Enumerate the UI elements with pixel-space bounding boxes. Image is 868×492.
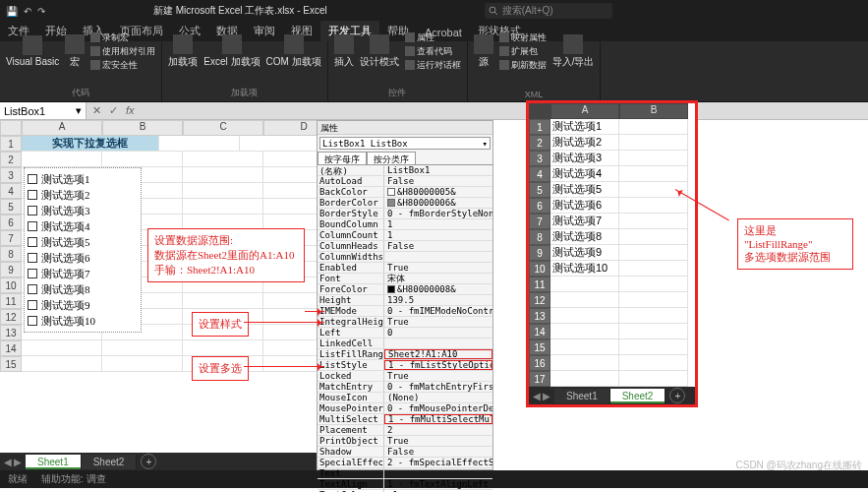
listbox-item[interactable]: 测试选项2 <box>28 187 138 203</box>
watermark: CSDN @码农zhang在线搬砖 <box>735 459 862 472</box>
property-row[interactable]: ForeColor&H80000008& <box>318 284 492 295</box>
redo-icon[interactable]: ↷ <box>37 6 45 17</box>
property-row[interactable]: SpecialEffect2 - fmSpecialEffectSunken <box>318 458 492 468</box>
import-export-button[interactable]: 导入/导出 <box>552 34 595 69</box>
macro-security-button[interactable]: 宏安全性 <box>90 59 155 72</box>
checkbox-icon[interactable] <box>28 284 37 294</box>
formula-bar: ListBox1▾ ✕✓fx <box>0 102 868 120</box>
property-row[interactable]: MousePointer0 - fmMousePointerDefault <box>318 403 492 414</box>
property-row[interactable]: IMEMode0 - fmIMEModeNoControl <box>318 306 492 317</box>
map-props-button[interactable]: 映射属性 <box>499 31 547 44</box>
props-tab-alpha[interactable]: 按字母序 <box>318 152 367 164</box>
design-mode-button[interactable]: 设计模式 <box>360 34 399 69</box>
property-row[interactable]: ShadowFalse <box>318 447 492 458</box>
property-row[interactable]: (名称)ListBox1 <box>318 165 492 176</box>
callout-right: 这里是 "ListFillRange" 多选项数据源范围 <box>737 218 853 270</box>
macro-button[interactable]: 宏 <box>65 34 85 69</box>
checkbox-icon[interactable] <box>28 206 37 215</box>
property-row[interactable]: Left0 <box>318 328 492 338</box>
property-row[interactable]: ColumnHeadsFalse <box>318 241 492 252</box>
tab-nav-prev[interactable]: ◀ <box>4 457 12 467</box>
property-row[interactable]: LinkedCell <box>318 338 492 349</box>
search-box[interactable]: 搜索(Alt+Q) <box>485 3 612 19</box>
properties-button[interactable]: 属性 <box>405 31 461 44</box>
property-row[interactable]: PrintObjectTrue <box>318 436 492 447</box>
property-row[interactable]: BorderColor&H80000006& <box>318 198 492 209</box>
property-row[interactable]: MouseIcon(None) <box>318 393 492 403</box>
property-row[interactable]: AutoLoadFalse <box>318 176 492 187</box>
record-macro-button[interactable]: 录制宏 <box>90 31 155 44</box>
listbox-item[interactable]: 测试选项3 <box>28 203 138 218</box>
property-row[interactable]: IntegralHeightTrue <box>318 317 492 328</box>
property-row[interactable]: BackColor&H80000005& <box>318 187 492 198</box>
relative-ref-button[interactable]: 使用相对引用 <box>90 45 155 58</box>
arrow-2 <box>244 322 324 323</box>
fx-icon[interactable]: fx <box>126 104 135 117</box>
property-row[interactable]: LockedTrue <box>318 371 492 382</box>
search-icon <box>489 6 498 16</box>
sheet-tab-2[interactable]: Sheet2 <box>610 389 666 403</box>
sheet-tabs: ◀▶ Sheet1 Sheet2 + <box>0 453 317 470</box>
property-row[interactable]: ColumnCount1 <box>318 230 492 241</box>
view-code-button[interactable]: 查看代码 <box>405 45 461 58</box>
property-row[interactable]: Height139.5 <box>318 295 492 306</box>
sheet-tab-1[interactable]: Sheet1 <box>26 455 82 469</box>
property-row[interactable]: EnabledTrue <box>318 263 492 274</box>
property-row[interactable]: Font宋体 <box>318 274 492 284</box>
tab-nav-next[interactable]: ▶ <box>14 457 22 467</box>
checkbox-icon[interactable] <box>28 253 37 263</box>
window-title: 新建 Microsoft Excel 工作表.xlsx - Excel <box>153 4 327 18</box>
listbox-item[interactable]: 测试选项4 <box>28 218 138 234</box>
checkbox-icon[interactable] <box>28 174 37 184</box>
name-box[interactable]: ListBox1▾ <box>0 102 87 119</box>
expansion-button[interactable]: 扩展包 <box>499 45 547 58</box>
checkbox-icon[interactable] <box>28 237 37 247</box>
addin-button[interactable]: 加载项 <box>168 34 198 69</box>
checkbox-icon[interactable] <box>28 221 37 231</box>
property-row[interactable]: Placement2 <box>318 425 492 436</box>
listbox-item[interactable]: 测试选项5 <box>28 234 138 250</box>
listbox-item[interactable]: 测试选项10 <box>28 313 138 329</box>
listbox-control[interactable]: 测试选项1测试选项2测试选项3测试选项4测试选项5测试选项6测试选项7测试选项8… <box>24 167 142 333</box>
property-row[interactable]: MultiSelect1 - fmMultiSelectMulti <box>318 414 492 425</box>
run-dialog-button[interactable]: 运行对话框 <box>405 59 461 72</box>
checkbox-icon[interactable] <box>28 300 37 310</box>
listbox-item[interactable]: 测试选项7 <box>28 266 138 281</box>
property-row[interactable]: TextAlign1 - fmTextAlignLeft <box>318 479 492 490</box>
arrow-1 <box>305 311 324 312</box>
listbox-item[interactable]: 测试选项1 <box>28 171 138 187</box>
checkbox-icon[interactable] <box>28 190 37 200</box>
insert-control-button[interactable]: 插入 <box>334 34 354 69</box>
property-row[interactable]: ListFillRangeSheet2!A1:A10 <box>318 349 492 360</box>
listbox-item[interactable]: 测试选项8 <box>28 281 138 297</box>
visual-basic-button[interactable]: Visual Basic <box>6 35 59 67</box>
props-tab-category[interactable]: 按分类序 <box>367 152 416 164</box>
sheet-tab-2[interactable]: Sheet2 <box>82 455 138 469</box>
status-ready: 就绪 <box>8 472 28 486</box>
excel-addin-button[interactable]: Excel 加载项 <box>203 34 260 69</box>
property-row[interactable]: ListStyle1 - fmListStyleOption <box>318 360 492 371</box>
sheet2-preview: AB 1测试选项12测试选项23测试选项34测试选项45测试选项56测试选项67… <box>526 100 698 407</box>
undo-icon[interactable]: ↶ <box>24 6 31 17</box>
svg-line-1 <box>494 12 497 15</box>
checkbox-icon[interactable] <box>28 269 37 278</box>
property-row[interactable]: MatchEntry0 - fmMatchEntryFirstLetter <box>318 382 492 393</box>
property-row[interactable]: ColumnWidths <box>318 252 492 263</box>
listbox-item[interactable]: 测试选项6 <box>28 250 138 266</box>
sheet-tab-1[interactable]: Sheet1 <box>554 389 610 403</box>
save-icon[interactable]: 💾 <box>6 6 18 17</box>
com-addin-button[interactable]: COM 加载项 <box>266 34 321 69</box>
property-row[interactable]: BoundColumn1 <box>318 219 492 230</box>
chevron-down-icon[interactable]: ▾ <box>76 104 82 117</box>
property-row[interactable]: Text <box>318 468 492 479</box>
props-object-select[interactable]: ListBox1 ListBox▾ <box>319 137 491 150</box>
property-row[interactable]: BorderStyle0 - fmBorderStyleNone <box>318 209 492 219</box>
refresh-button[interactable]: 刷新数据 <box>499 59 547 72</box>
arrow-3 <box>244 366 324 367</box>
add-sheet-button[interactable]: + <box>669 388 685 403</box>
source-button[interactable]: 源 <box>474 34 493 69</box>
add-sheet-button[interactable]: + <box>141 454 156 469</box>
listbox-item[interactable]: 测试选项9 <box>28 297 138 313</box>
checkbox-icon[interactable] <box>28 316 37 326</box>
callout-style: 设置样式 <box>192 312 249 337</box>
